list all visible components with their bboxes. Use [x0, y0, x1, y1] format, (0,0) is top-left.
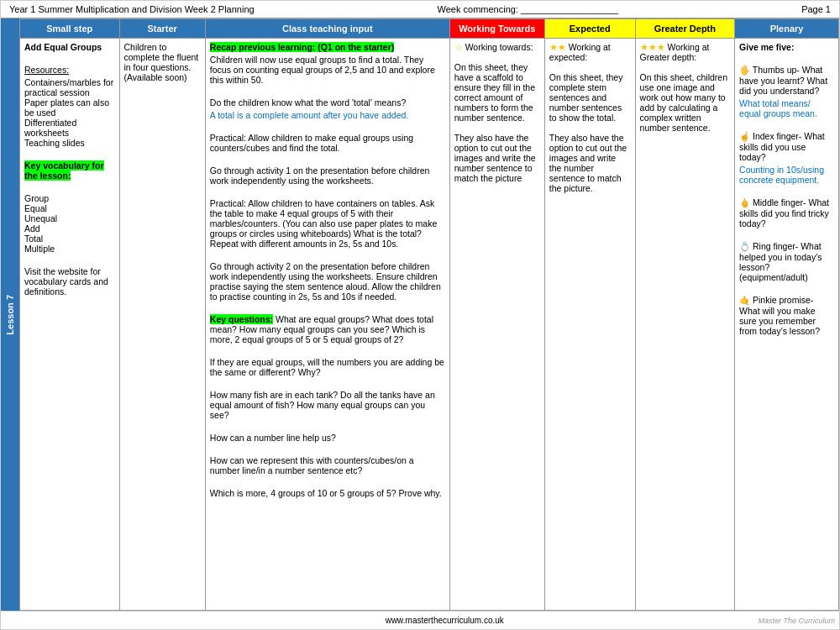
expected-stars: ★★ — [549, 42, 566, 52]
plenary-thumb: 🖐 Thumbs up- What have you learnt? What … — [739, 65, 834, 96]
header-greater-depth: Greater Depth — [635, 19, 735, 39]
q-fish: How many fish are in each tank? Do all t… — [210, 390, 445, 420]
small-step-title: Add Equal Groups — [24, 42, 115, 52]
recap-text: Recap previous learning: (Q1 on the star… — [210, 42, 445, 52]
footer-url: www.masterthecurriculum.co.uk — [131, 616, 758, 625]
q-represent: How can we represent this with counters/… — [210, 455, 445, 475]
expected-text: ★★ Working at expected: On this sheet, t… — [549, 42, 631, 193]
intro-text: Children will now use equal groups to fi… — [210, 55, 445, 85]
starter-text: Children to complete the fluent in four … — [124, 42, 201, 82]
plenary-ring: 💍 Ring finger- What helped you in today'… — [739, 241, 834, 282]
resources-label: Resources: — [24, 65, 115, 75]
greater-stars: ★★★ — [640, 42, 665, 52]
key-vocab-box: Key vocabulary for the lesson: — [24, 160, 115, 181]
page-title: Year 1 Summer Multiplication and Divisio… — [9, 4, 255, 14]
working-towards-text: ☆ Working towards: On this sheet, they h… — [454, 42, 540, 183]
week-commencing: Week commencing: ___________________ — [438, 4, 619, 14]
plenary-cell: Give me five: 🖐 Thumbs up- What have you… — [735, 39, 839, 611]
footer: www.masterthecurriculum.co.uk Master The… — [1, 611, 839, 629]
question1: Do the children know what the word 'tota… — [210, 97, 445, 108]
header-small-step: Small step — [20, 19, 120, 39]
expected-cell: ★★ Working at expected: On this sheet, t… — [544, 39, 635, 611]
greater-depth-text: ★★★ Working at Greater depth: On this sh… — [640, 42, 731, 133]
top-bar: Year 1 Summer Multiplication and Divisio… — [1, 1, 839, 18]
plenary-middle: 🖕 Middle finger- What skills did you fin… — [739, 197, 834, 228]
visit-text: Visit the website for vocabulary cards a… — [24, 266, 115, 297]
key-vocab-label: Key vocabulary for the lesson: — [24, 160, 104, 181]
working-towards-cell: ☆ Working towards: On this sheet, they h… — [449, 39, 544, 611]
plenary-what-total: What total means/ equal groups mean. — [739, 98, 834, 118]
practical1: Practical: Allow children to make equal … — [210, 133, 445, 153]
definition: A total is a complete amount after you h… — [210, 110, 445, 120]
footer-logo: Master The Curriculum — [758, 617, 835, 625]
activity1: Go through activity 1 on the presentatio… — [210, 165, 445, 186]
vocab-list: GroupEqualUnequalAddTotalMultiple — [24, 193, 115, 254]
resources-text: Containers/marbles for practical session… — [24, 77, 115, 148]
header-starter: Starter — [119, 19, 205, 39]
starter-cell: Children to complete the fluent in four … — [119, 39, 205, 611]
main-content: Lesson 7 Small step Starter Class teachi… — [1, 18, 839, 611]
header-expected: Expected — [544, 19, 635, 39]
header-working-towards: Working Towards — [449, 19, 544, 39]
small-step-cell: Add Equal Groups Resources: Containers/m… — [20, 39, 120, 611]
lesson-label: Lesson 7 — [5, 295, 15, 335]
q-which-more: Which is more, 4 groups of 10 or 5 group… — [210, 488, 445, 498]
working-stars: ☆ — [454, 42, 463, 52]
activity2: Go through activity 2 on the presentatio… — [210, 261, 445, 302]
key-questions-label: Key questions: — [210, 314, 273, 324]
q-number-line: How can a number line help us? — [210, 433, 445, 443]
recap-highlight: Recap previous learning: (Q1 on the star… — [210, 42, 394, 52]
lesson-label-column: Lesson 7 — [1, 18, 19, 611]
plenary-index: ☝ Index finger- What skills did you use … — [739, 131, 834, 162]
q-equal: If they are equal groups, will the numbe… — [210, 357, 445, 377]
give-five: Give me five: — [739, 42, 834, 52]
table-header: Small step Starter Class teaching input … — [20, 19, 839, 39]
plenary-pinkie: 🤙 Pinkie promise- What will you make sur… — [739, 295, 834, 336]
plenary-counting: Counting in 10s/using concrete equipment… — [739, 165, 834, 185]
key-questions: Key questions: What are equal groups? Wh… — [210, 314, 445, 344]
header-class-teaching: Class teaching input — [205, 19, 449, 39]
planning-table: Small step Starter Class teaching input … — [19, 18, 839, 611]
greater-depth-cell: ★★★ Working at Greater depth: On this sh… — [635, 39, 735, 611]
page-number: Page 1 — [801, 4, 831, 14]
class-teaching-cell: Recap previous learning: (Q1 on the star… — [205, 39, 449, 611]
header-plenary: Plenary — [735, 19, 839, 39]
practical2: Practical: Allow children to have contai… — [210, 198, 445, 249]
table-row: Add Equal Groups Resources: Containers/m… — [20, 39, 839, 611]
